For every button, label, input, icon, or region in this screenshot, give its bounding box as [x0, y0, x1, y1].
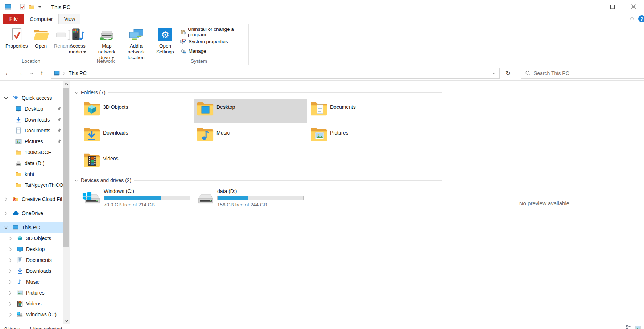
qat-properties-button[interactable]: [18, 3, 27, 11]
recent-locations-dropdown[interactable]: [27, 69, 36, 78]
close-button[interactable]: [623, 0, 644, 14]
sidebar-item-3d-objects[interactable]: 3D Objects: [0, 233, 70, 244]
preview-pane: No preview available.: [446, 81, 644, 324]
refresh-button[interactable]: ↻: [502, 68, 514, 79]
minimize-ribbon-button[interactable]: [629, 16, 635, 22]
large-icons-view-button[interactable]: [635, 325, 641, 329]
back-button[interactable]: ←: [3, 69, 12, 78]
sidebar-scrollbar[interactable]: [63, 81, 70, 324]
qat-new-folder-button[interactable]: [27, 3, 36, 11]
chevron-right-icon[interactable]: [8, 301, 13, 307]
sidebar-item-desktop[interactable]: Desktop: [0, 244, 70, 255]
open-button[interactable]: Open: [31, 26, 51, 50]
group-label-network: Network: [62, 58, 149, 64]
up-button[interactable]: ↑: [37, 69, 46, 78]
uninstall-program-button[interactable]: Uninstall or change a program: [178, 27, 248, 37]
sidebar-item-documents[interactable]: Documents: [0, 255, 70, 266]
sidebar-item-this-pc[interactable]: This PC: [0, 222, 70, 233]
search-input[interactable]: [534, 70, 644, 76]
address-dropdown-button[interactable]: [488, 68, 499, 78]
sidebar-item-quick-access[interactable]: Quick access: [0, 92, 70, 103]
chevron-right-icon[interactable]: [3, 197, 9, 202]
drive-tile-data-d[interactable]: data (D:) 156 GB free of 244 GB: [194, 187, 308, 212]
folder-tile-documents[interactable]: Documents: [307, 99, 421, 123]
properties-check-icon: [19, 4, 25, 10]
sidebar-item-downloads[interactable]: Downloads: [0, 266, 70, 276]
chevron-down-icon[interactable]: [3, 225, 9, 230]
sidebar-item-music[interactable]: Music: [0, 276, 70, 287]
drive-tile-windows-c[interactable]: Windows (C:) 70.0 GB free of 214 GB: [80, 187, 195, 212]
access-media-button[interactable]: Access media: [65, 26, 90, 55]
no-preview-message: No preview available.: [446, 200, 644, 206]
item-count: 9 items: [4, 326, 20, 329]
disk-usage-bar: [104, 196, 190, 200]
this-pc-icon: [54, 70, 60, 77]
chevron-right-icon[interactable]: [8, 236, 13, 241]
section-divider-line: [108, 92, 442, 93]
chevron-right-icon[interactable]: [8, 247, 13, 252]
sidebar-item-pictures-pinned[interactable]: Pictures: [0, 136, 70, 147]
folder-tile-3d-objects[interactable]: 3D Objects: [80, 99, 194, 123]
map-network-drive-button[interactable]: Map network drive: [91, 26, 123, 61]
chevron-right-icon[interactable]: [3, 211, 9, 216]
scrollbar-thumb[interactable]: [63, 88, 69, 247]
minimize-button[interactable]: [581, 0, 602, 14]
breadcrumb-location[interactable]: This PC: [69, 70, 87, 76]
details-view-button[interactable]: [626, 325, 632, 329]
sidebar-item-downloads-pinned[interactable]: Downloads: [0, 114, 70, 125]
chevron-right-icon[interactable]: [8, 258, 13, 263]
data-d-drive-icon: [196, 191, 215, 208]
chevron-down-icon[interactable]: [74, 178, 79, 183]
chevron-right-icon[interactable]: [8, 290, 13, 296]
open-settings-button[interactable]: ⚙ Open Settings: [154, 26, 176, 55]
folder-tile-videos[interactable]: Videos: [80, 150, 194, 174]
chevron-right-icon[interactable]: [8, 279, 13, 285]
sidebar-item-pictures[interactable]: Pictures: [0, 287, 70, 298]
refresh-icon: ↻: [505, 70, 511, 77]
sidebar-item-knht[interactable]: knht: [0, 169, 70, 180]
system-properties-button[interactable]: System properties: [178, 37, 248, 46]
maximize-button[interactable]: [602, 0, 623, 14]
tab-computer[interactable]: Computer: [24, 14, 59, 24]
scroll-up-arrow[interactable]: [63, 81, 70, 87]
folder-tile-pictures[interactable]: Pictures: [307, 124, 421, 148]
chevron-right-icon: [62, 71, 66, 75]
sidebar-item-documents-pinned[interactable]: Documents: [0, 125, 70, 136]
pictures-icon: [17, 289, 23, 296]
forward-button[interactable]: →: [15, 69, 25, 78]
sidebar-item-data-d[interactable]: data (D:): [0, 158, 70, 169]
drives-section-header[interactable]: Devices and drives (2): [74, 176, 442, 185]
onedrive-cloud-icon: [12, 210, 19, 217]
address-bar[interactable]: This PC: [51, 68, 500, 79]
manage-button[interactable]: Manage: [178, 46, 248, 55]
videos-folder-icon: [83, 152, 100, 168]
folders-section-header[interactable]: Folders (7): [74, 88, 442, 97]
titlebar-divider: [15, 4, 15, 10]
sidebar-item-onedrive[interactable]: OneDrive: [0, 208, 70, 219]
properties-button[interactable]: Properties: [3, 26, 30, 50]
section-divider-line: [134, 180, 442, 181]
help-button[interactable]: ?: [638, 15, 644, 22]
window-title: This PC: [51, 4, 70, 10]
add-network-location-button[interactable]: Add a network location: [124, 26, 149, 61]
sidebar-item-videos[interactable]: Videos: [0, 298, 70, 309]
help-icon: ?: [640, 16, 643, 22]
scroll-down-arrow[interactable]: [63, 318, 70, 324]
chevron-right-icon[interactable]: [8, 268, 13, 274]
sidebar-item-windows-c[interactable]: Windows (C:): [0, 309, 70, 320]
folder-tile-desktop[interactable]: Desktop: [194, 99, 307, 123]
search-icon: [525, 70, 531, 76]
folder-tile-music[interactable]: Music: [194, 124, 307, 148]
folder-tile-downloads[interactable]: Downloads: [80, 124, 194, 148]
chevron-down-icon[interactable]: [74, 90, 79, 95]
sidebar-item-creative-cloud-files[interactable]: Creative Cloud Files: [0, 194, 70, 205]
sidebar-item-100msdcf[interactable]: 100MSDCF: [0, 147, 70, 158]
chevron-down-icon[interactable]: [3, 95, 9, 101]
tab-view[interactable]: View: [59, 14, 80, 24]
folder-icon: [15, 171, 22, 177]
qat-customize-dropdown[interactable]: [36, 5, 43, 9]
sidebar-item-tainguyenthico[interactable]: TaiNguyenThiCO: [0, 180, 70, 190]
sidebar-item-desktop-pinned[interactable]: Desktop: [0, 103, 70, 114]
tab-file[interactable]: File: [3, 14, 24, 24]
chevron-right-icon[interactable]: [8, 312, 13, 317]
